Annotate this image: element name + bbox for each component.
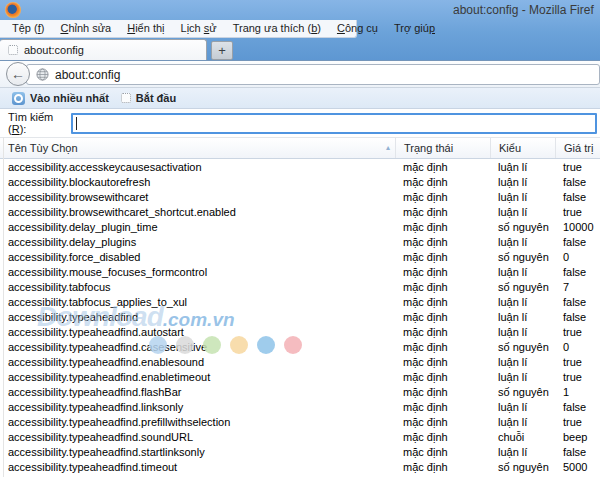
pref-row[interactable]: accessibility.force_disabledmặc địnhsố n…	[0, 250, 600, 265]
pref-value: true	[555, 355, 600, 370]
window-title: about:config - Mozilla Firef	[453, 3, 594, 17]
pref-value: false	[555, 235, 600, 250]
column-header-label: Giá trị	[564, 142, 593, 154]
pref-name: accessibility.typeaheadfind.startlinkson…	[0, 445, 395, 460]
tab-about-config[interactable]: about:config	[0, 39, 207, 60]
pref-value: false	[555, 445, 600, 460]
pref-status: mặc định	[395, 280, 490, 295]
pref-row[interactable]: accessibility.typeaheadfind.prefillwiths…	[0, 415, 600, 430]
pref-status: mặc định	[395, 160, 490, 175]
menu-item-3[interactable]: Hiển thị	[119, 20, 172, 37]
menu-item-1[interactable]: Tệp (f)	[4, 20, 52, 37]
pref-name: accessibility.browsewithcaret	[0, 190, 395, 205]
column-header-2[interactable]: Trạng thái	[395, 138, 490, 158]
pref-type: luận lí	[490, 160, 555, 175]
preferences-table: accessibility.accesskeycausesactivationm…	[0, 160, 600, 477]
menu-item-2[interactable]: Chỉnh sửa	[52, 20, 119, 37]
back-button[interactable]: ←	[6, 62, 30, 86]
firefox-logo-icon	[5, 2, 21, 18]
pref-row[interactable]: accessibility.typeaheadfindmặc địnhluận …	[0, 310, 600, 325]
pref-row[interactable]: accessibility.delay_plugin_timemặc địnhs…	[0, 220, 600, 235]
column-header-1[interactable]: Tên Tùy Chọn▴	[0, 138, 395, 158]
pref-type: luận lí	[490, 445, 555, 460]
pref-status: mặc định	[395, 430, 490, 445]
bookmarks-toolbar: Vào nhiều nhấtBắt đầu	[0, 88, 600, 109]
pref-row[interactable]: accessibility.accesskeycausesactivationm…	[0, 160, 600, 175]
menu-item-5[interactable]: Trang ưa thích (b)	[225, 20, 329, 37]
url-bar[interactable]: about:config	[26, 64, 600, 85]
pref-name: accessibility.accesskeycausesactivation	[0, 160, 395, 175]
pref-name: accessibility.typeaheadfind.flashBar	[0, 385, 395, 400]
pref-row[interactable]: accessibility.blockautorefreshmặc địnhlu…	[0, 175, 600, 190]
pref-row[interactable]: accessibility.browsewithcaretmặc địnhluậ…	[0, 190, 600, 205]
column-header-3[interactable]: Kiểu	[490, 138, 555, 158]
pref-row[interactable]: accessibility.typeaheadfind.timeoutmặc đ…	[0, 460, 600, 475]
pref-name: accessibility.delay_plugins	[0, 235, 395, 250]
pref-value: beep	[555, 430, 600, 445]
pref-row[interactable]: accessibility.typeaheadfind.enabletimeou…	[0, 370, 600, 385]
pref-type: luận lí	[490, 235, 555, 250]
globe-icon	[36, 68, 49, 81]
pref-row[interactable]: accessibility.typeaheadfind.casesensitiv…	[0, 340, 600, 355]
menu-item-6[interactable]: Công cụ	[329, 20, 386, 37]
column-header-label: Kiểu	[499, 142, 521, 154]
pref-row[interactable]: accessibility.typeaheadfind.enablesoundm…	[0, 355, 600, 370]
pref-value: 10000	[555, 220, 600, 235]
search-label: Tìm kiếm (R):	[0, 111, 71, 135]
search-input[interactable]	[71, 113, 597, 134]
pref-row[interactable]: accessibility.tabfocus_applies_to_xulmặc…	[0, 295, 600, 310]
pref-row[interactable]: accessibility.typeaheadfind.startlinkson…	[0, 445, 600, 460]
column-header-label: Tên Tùy Chọn	[8, 142, 78, 154]
pref-value: true	[555, 205, 600, 220]
pref-row[interactable]: accessibility.browsewithcaret_shortcut.e…	[0, 205, 600, 220]
pref-row[interactable]: accessibility.typeaheadfind.flashBarmặc …	[0, 385, 600, 400]
pref-row[interactable]: accessibility.typeaheadfind.autostartmặc…	[0, 325, 600, 340]
tab-label: about:config	[24, 44, 84, 56]
pref-value: 7	[555, 280, 600, 295]
pref-name: accessibility.delay_plugin_time	[0, 220, 395, 235]
pref-row[interactable]: accessibility.mouse_focuses_formcontrolm…	[0, 265, 600, 280]
pref-row[interactable]: accessibility.delay_pluginsmặc địnhluận …	[0, 235, 600, 250]
pref-value: 1	[555, 385, 600, 400]
pref-name: accessibility.force_disabled	[0, 250, 395, 265]
pref-type: luận lí	[490, 175, 555, 190]
pref-row[interactable]: accessibility.tabfocusmặc địnhsố nguyên7	[0, 280, 600, 295]
title-bar: about:config - Mozilla Firef	[0, 0, 600, 20]
pref-value: true	[555, 160, 600, 175]
bookmark-item-1[interactable]: Vào nhiều nhất	[6, 89, 115, 107]
pref-status: mặc định	[395, 205, 490, 220]
column-header-4[interactable]: Giá trị	[555, 138, 600, 158]
pref-type: luận lí	[490, 265, 555, 280]
pref-name: accessibility.typeaheadfind.soundURL	[0, 430, 395, 445]
tab-bar: about:config +	[0, 38, 600, 60]
pref-value: true	[555, 325, 600, 340]
pref-type: luận lí	[490, 400, 555, 415]
pref-value: false	[555, 310, 600, 325]
pref-value: 0	[555, 250, 600, 265]
pref-value: true	[555, 370, 600, 385]
pref-name: accessibility.typeaheadfind.timeout	[0, 460, 395, 475]
menu-item-4[interactable]: Lịch sử	[173, 20, 225, 37]
pref-name: accessibility.typeaheadfind.enabletimeou…	[0, 370, 395, 385]
sort-ascending-icon: ▴	[386, 138, 390, 158]
pref-type: số nguyên	[490, 250, 555, 265]
pref-name: accessibility.typeaheadfind.linksonly	[0, 400, 395, 415]
bookmark-label: Bắt đầu	[136, 92, 176, 104]
pref-type: số nguyên	[490, 385, 555, 400]
menu-item-7[interactable]: Trợ giúp	[386, 20, 443, 37]
pref-row[interactable]: accessibility.typeaheadfind.linksonlymặc…	[0, 400, 600, 415]
pref-status: mặc định	[395, 415, 490, 430]
pref-status: mặc định	[395, 340, 490, 355]
pref-status: mặc định	[395, 175, 490, 190]
pref-value: false	[555, 400, 600, 415]
bookmark-label: Vào nhiều nhất	[30, 92, 109, 104]
pref-type: luận lí	[490, 310, 555, 325]
pref-name: accessibility.tabfocus	[0, 280, 395, 295]
pref-type: số nguyên	[490, 460, 555, 475]
bookmark-item-2[interactable]: Bắt đầu	[115, 89, 182, 107]
new-tab-button[interactable]: +	[211, 41, 233, 60]
pref-status: mặc định	[395, 250, 490, 265]
pref-row[interactable]: accessibility.typeaheadfind.soundURLmặc …	[0, 430, 600, 445]
most-visited-icon	[12, 92, 25, 105]
about-config-page: Tìm kiếm (R): Tên Tùy Chọn▴Trạng tháiKiể…	[0, 109, 600, 477]
